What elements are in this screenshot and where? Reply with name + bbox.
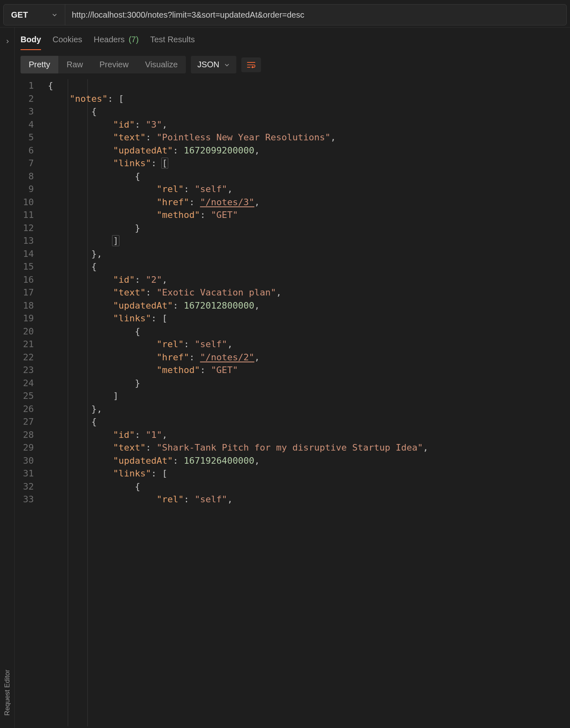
- line-number-gutter: 1234567891011121314151617181920212223242…: [15, 78, 39, 728]
- view-pretty-button[interactable]: Pretty: [21, 56, 58, 73]
- url-bar: GET http://localhost:3000/notes?limit=3&…: [3, 4, 567, 25]
- response-tabs: Body Cookies Headers (7) Test Results: [15, 27, 570, 50]
- collapse-chevron-icon[interactable]: [5, 37, 10, 46]
- body-view-toolbar: Pretty Raw Preview Visualize JSON: [15, 50, 570, 78]
- body-format-select[interactable]: JSON: [191, 56, 236, 73]
- wrap-icon: [247, 62, 255, 68]
- url-text: http://localhost:3000/notes?limit=3&sort…: [72, 10, 304, 20]
- view-visualize-button[interactable]: Visualize: [137, 56, 186, 73]
- wrap-lines-button[interactable]: [241, 57, 261, 72]
- url-input[interactable]: http://localhost:3000/notes?limit=3&sort…: [65, 5, 566, 25]
- view-preview-button[interactable]: Preview: [91, 56, 137, 73]
- left-gutter: Request Editor: [0, 27, 15, 728]
- view-mode-segmented: Pretty Raw Preview Visualize: [21, 56, 186, 73]
- chevron-down-icon: [52, 12, 57, 18]
- tab-cookies[interactable]: Cookies: [53, 35, 82, 50]
- tab-headers[interactable]: Headers (7): [94, 35, 139, 50]
- sidebar-label: Request Editor: [3, 670, 11, 716]
- response-body-editor[interactable]: 1234567891011121314151617181920212223242…: [15, 78, 570, 728]
- body-format-label: JSON: [197, 60, 219, 69]
- chevron-down-icon: [224, 62, 230, 68]
- headers-count: (7): [128, 35, 138, 44]
- http-method-select[interactable]: GET: [4, 5, 65, 25]
- view-raw-button[interactable]: Raw: [58, 56, 91, 73]
- code-content: { "notes": [ { "id": "3", "text": "Point…: [39, 78, 570, 728]
- tab-test-results[interactable]: Test Results: [150, 35, 195, 50]
- http-method-label: GET: [11, 10, 28, 20]
- tab-body[interactable]: Body: [21, 35, 41, 50]
